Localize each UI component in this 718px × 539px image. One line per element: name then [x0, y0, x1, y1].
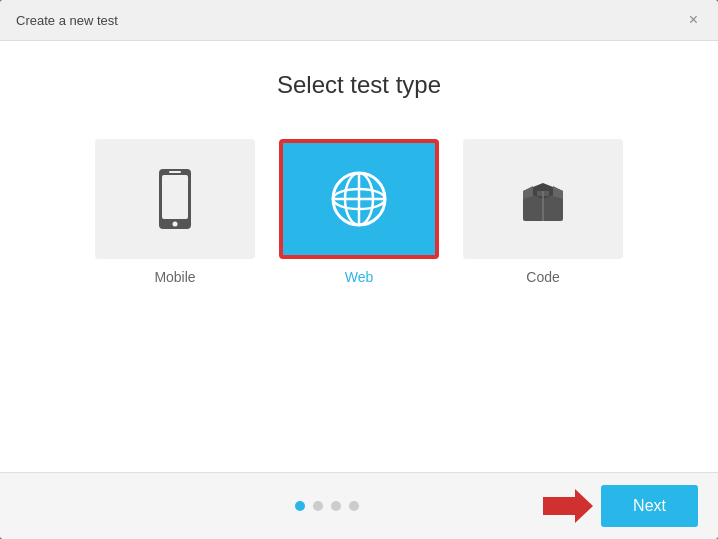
- close-button[interactable]: ×: [685, 10, 702, 30]
- svg-marker-15: [543, 489, 593, 523]
- dialog: Create a new test × Select test type Mob…: [0, 0, 718, 539]
- dialog-title: Create a new test: [16, 13, 118, 28]
- option-card-web[interactable]: [279, 139, 439, 259]
- option-web[interactable]: Web: [279, 139, 439, 285]
- web-icon: [329, 169, 389, 229]
- option-code[interactable]: Code: [463, 139, 623, 285]
- page-title: Select test type: [277, 71, 441, 99]
- svg-rect-14: [537, 191, 549, 196]
- pagination-dots: [110, 501, 543, 511]
- svg-rect-1: [162, 175, 188, 219]
- option-mobile[interactable]: Mobile: [95, 139, 255, 285]
- svg-rect-3: [169, 171, 181, 173]
- dialog-header: Create a new test ×: [0, 0, 718, 41]
- dialog-body: Select test type Mobile: [0, 41, 718, 472]
- arrow-icon: [543, 489, 593, 523]
- svg-point-2: [173, 222, 178, 227]
- code-icon: [515, 171, 571, 227]
- option-card-mobile[interactable]: [95, 139, 255, 259]
- option-label-code: Code: [526, 269, 559, 285]
- options-row: Mobile Web: [95, 139, 623, 285]
- dot-1: [295, 501, 305, 511]
- next-button[interactable]: Next: [601, 485, 698, 527]
- option-label-mobile: Mobile: [154, 269, 195, 285]
- dot-3: [331, 501, 341, 511]
- dot-2: [313, 501, 323, 511]
- dot-4: [349, 501, 359, 511]
- mobile-icon: [151, 167, 199, 231]
- option-card-code[interactable]: [463, 139, 623, 259]
- footer-right: Next: [543, 485, 698, 527]
- option-label-web: Web: [345, 269, 374, 285]
- dialog-footer: Next: [0, 472, 718, 539]
